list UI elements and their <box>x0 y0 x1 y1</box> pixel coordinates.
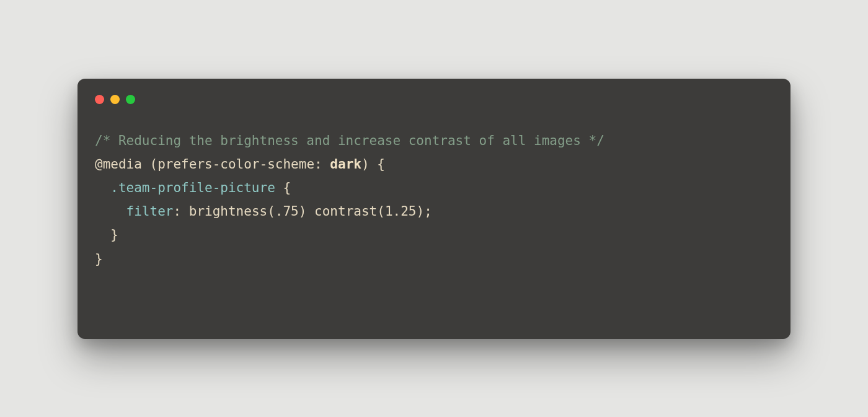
code-paren-open: ( <box>150 157 158 172</box>
code-media-feature: prefers-color-scheme <box>157 157 314 172</box>
maximize-icon[interactable] <box>126 95 135 104</box>
code-brace-close-1: } <box>95 252 103 266</box>
code-indent-2 <box>95 204 126 219</box>
code-paren-close: ) <box>361 157 370 172</box>
code-selector: .team-profile-picture <box>110 180 275 195</box>
code-brace-close-2-indent <box>95 227 110 242</box>
close-icon[interactable] <box>95 95 104 104</box>
code-func-brightness: brightness <box>189 204 267 219</box>
minimize-icon[interactable] <box>110 95 120 104</box>
code-feature-colon: : <box>314 157 330 172</box>
code-func2-close: ) <box>416 204 424 219</box>
code-semicolon: ; <box>424 204 432 219</box>
code-func1-close: ) <box>299 204 307 219</box>
code-brace-open-2: { <box>275 180 291 195</box>
code-window: /* Reducing the brightness and increase … <box>78 79 790 339</box>
code-func2-arg: 1.25 <box>385 204 417 219</box>
code-func2-open: ( <box>377 204 385 219</box>
code-indent-1 <box>95 180 110 195</box>
code-func-sep <box>306 204 314 219</box>
code-func-contrast: contrast <box>314 204 377 219</box>
code-prop-colon: : <box>173 204 188 219</box>
code-brace-open-1: { <box>370 157 385 172</box>
code-at-rule: @media <box>95 157 142 172</box>
window-controls <box>95 95 773 104</box>
code-property: filter <box>126 204 174 219</box>
code-func1-arg: .75 <box>275 204 299 219</box>
code-media-value: dark <box>330 157 361 172</box>
code-block: /* Reducing the brightness and increase … <box>95 129 773 271</box>
code-comment: /* Reducing the brightness and increase … <box>95 133 604 148</box>
code-brace-close-2: } <box>110 227 118 242</box>
code-func1-open: ( <box>267 204 275 219</box>
